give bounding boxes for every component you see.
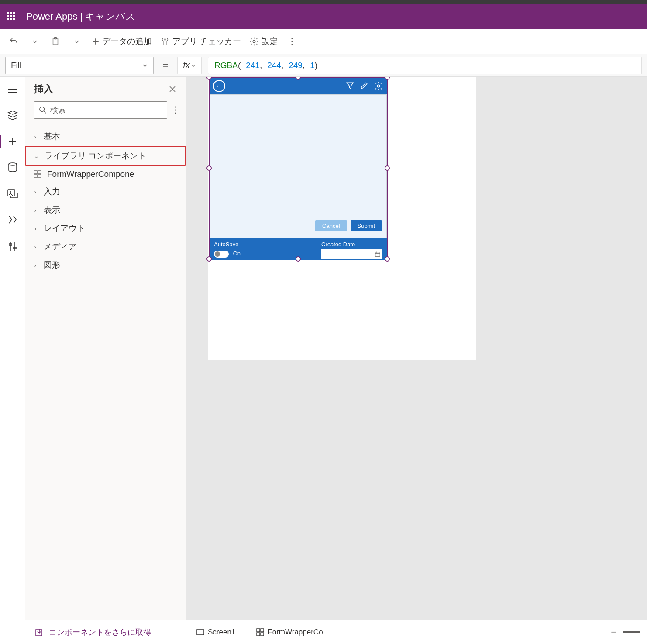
- tree-item-basic[interactable]: ›基本: [25, 127, 186, 146]
- formula-bar: Fill = fx RGBA( 241, 244, 249, 1): [0, 54, 647, 77]
- tree-item-media[interactable]: ›メディア: [25, 238, 186, 256]
- add-data-button[interactable]: データの追加: [88, 34, 155, 49]
- chevron-down-icon: [142, 62, 148, 69]
- search-icon: [39, 106, 47, 114]
- svg-point-5: [292, 38, 293, 39]
- svg-point-15: [175, 109, 176, 110]
- property-selector[interactable]: Fill: [5, 57, 154, 74]
- svg-rect-25: [257, 629, 260, 632]
- tree-item-form-wrapper[interactable]: FormWrapperCompone: [25, 166, 186, 183]
- edit-icon[interactable]: [360, 81, 368, 90]
- svg-point-6: [292, 41, 293, 42]
- insert-icon[interactable]: [7, 135, 19, 148]
- breadcrumb-screen[interactable]: Screen1: [189, 623, 242, 641]
- selection-box[interactable]: ← Cancel Submit AutoSave On: [209, 77, 388, 259]
- svg-point-10: [10, 192, 11, 193]
- filter-icon[interactable]: [346, 81, 354, 90]
- screen-icon: [196, 629, 204, 635]
- svg-point-13: [40, 107, 45, 112]
- form-body: Cancel Submit: [210, 94, 387, 238]
- breadcrumbs: Screen1 FormWrapperCo…: [186, 623, 604, 641]
- panel-title: 挿入: [34, 83, 53, 96]
- waffle-icon[interactable]: [7, 12, 16, 21]
- svg-point-8: [9, 163, 17, 165]
- formula-input[interactable]: RGBA( 241, 244, 249, 1): [208, 57, 642, 74]
- created-date-input[interactable]: [321, 249, 382, 259]
- svg-point-21: [377, 85, 380, 87]
- property-value: Fill: [11, 61, 21, 70]
- panel-more-icon[interactable]: [172, 104, 179, 116]
- get-more-components-link[interactable]: コンポーネントをさらに取得: [0, 627, 186, 637]
- tree-item-shapes[interactable]: ›図形: [25, 256, 186, 274]
- tree-item-input[interactable]: ›入力: [25, 183, 186, 201]
- zoom-out-button[interactable]: −: [611, 627, 616, 638]
- svg-point-7: [292, 44, 293, 45]
- form-header: ←: [210, 78, 387, 94]
- gear-icon[interactable]: [374, 81, 383, 91]
- paste-button[interactable]: [47, 35, 64, 48]
- component-icon: [33, 170, 42, 179]
- svg-rect-19: [34, 175, 37, 178]
- app-checker-label: アプリ チェッカー: [172, 36, 241, 47]
- svg-rect-24: [197, 630, 204, 635]
- settings-label: 設定: [262, 36, 278, 47]
- breadcrumb-component[interactable]: FormWrapperCo…: [249, 623, 337, 641]
- tools-icon[interactable]: [7, 240, 19, 252]
- formula-function: RGBA: [214, 61, 238, 70]
- data-icon[interactable]: [7, 162, 19, 174]
- svg-rect-17: [34, 171, 37, 174]
- tree-item-display[interactable]: ›表示: [25, 201, 186, 219]
- autosave-toggle[interactable]: [214, 251, 229, 258]
- undo-dropdown[interactable]: [28, 37, 41, 46]
- settings-button[interactable]: 設定: [246, 34, 282, 49]
- svg-rect-27: [257, 633, 260, 636]
- tree-item-layout[interactable]: ›レイアウト: [25, 219, 186, 238]
- advanced-icon[interactable]: [7, 214, 19, 226]
- close-icon[interactable]: [166, 83, 179, 95]
- svg-point-4: [253, 40, 256, 43]
- insert-panel: 挿入 検索 ›基本 ⌄ライブラリ コンポーネント FormWrapperComp…: [25, 77, 186, 620]
- status-bar: コンポーネントをさらに取得 Screen1 FormWrapperCo… −: [0, 620, 647, 644]
- autosave-label: AutoSave: [214, 241, 241, 248]
- submit-button[interactable]: Submit: [351, 220, 382, 231]
- search-input[interactable]: 検索: [34, 101, 167, 119]
- component-icon: [256, 628, 264, 636]
- chevron-down-icon: [191, 63, 196, 68]
- command-bar: データの追加 アプリ チェッカー 設定: [0, 29, 647, 54]
- canvas[interactable]: ← Cancel Submit AutoSave On: [186, 77, 647, 620]
- hamburger-icon[interactable]: [7, 83, 19, 95]
- svg-rect-20: [38, 175, 41, 178]
- import-icon: [35, 628, 45, 637]
- svg-rect-28: [261, 633, 264, 636]
- equals-sign: =: [160, 59, 171, 72]
- more-commands-button[interactable]: [287, 35, 297, 48]
- svg-rect-26: [261, 629, 264, 632]
- cancel-button[interactable]: Cancel: [315, 220, 347, 231]
- back-icon[interactable]: ←: [213, 80, 225, 92]
- app-checker-button[interactable]: アプリ チェッカー: [157, 34, 244, 49]
- svg-point-16: [175, 112, 176, 114]
- svg-point-14: [175, 106, 176, 107]
- undo-button[interactable]: [5, 35, 22, 48]
- fx-button[interactable]: fx: [177, 57, 202, 74]
- app-title: Power Apps | キャンバス: [26, 10, 135, 23]
- created-date-label: Created Date: [321, 241, 382, 248]
- tree-item-library-components[interactable]: ⌄ライブラリ コンポーネント: [25, 146, 186, 166]
- media-icon[interactable]: [7, 188, 19, 200]
- paste-dropdown[interactable]: [70, 37, 83, 46]
- app-header: Power Apps | キャンバス: [0, 4, 647, 29]
- left-rail: [0, 77, 25, 620]
- svg-rect-22: [375, 252, 380, 257]
- zoom-slider[interactable]: [623, 631, 640, 633]
- tree-view-icon[interactable]: [7, 109, 19, 121]
- svg-rect-18: [38, 171, 41, 174]
- add-data-label: データの追加: [102, 36, 152, 47]
- autosave-value: On: [233, 250, 241, 257]
- zoom-controls: −: [604, 627, 647, 638]
- calendar-icon: [375, 251, 381, 257]
- insert-tree: ›基本 ⌄ライブラリ コンポーネント FormWrapperCompone ›入…: [25, 125, 186, 277]
